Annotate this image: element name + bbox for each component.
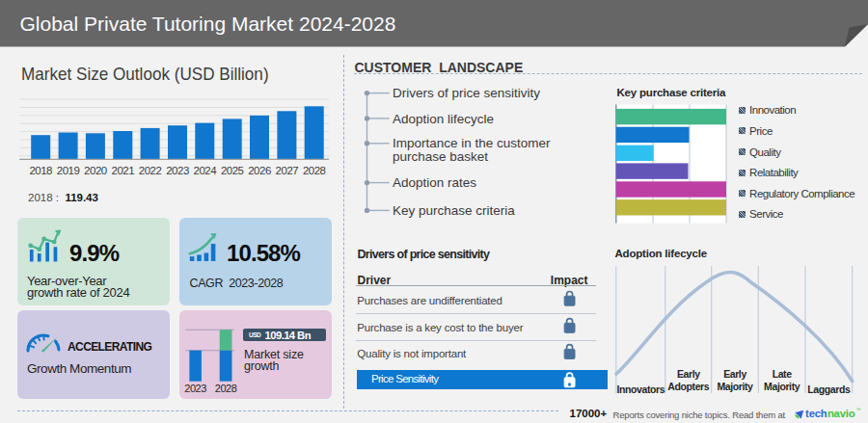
svg-text:navio: navio — [827, 408, 855, 419]
svg-text:2026: 2026 — [248, 165, 271, 176]
svg-text:2027: 2027 — [276, 165, 299, 176]
svg-text:™: ™ — [856, 407, 861, 412]
svg-text:2023: 2023 — [184, 383, 206, 394]
svg-text:2025: 2025 — [221, 165, 244, 176]
svg-text:2018: 2018 — [29, 165, 52, 176]
svg-text:2020: 2020 — [84, 165, 107, 176]
svg-text:2021: 2021 — [112, 165, 135, 176]
svg-text:2023: 2023 — [166, 165, 189, 176]
svg-text:2019: 2019 — [57, 165, 80, 176]
svg-text:2024: 2024 — [194, 165, 218, 176]
svg-text:2022: 2022 — [139, 165, 162, 176]
svg-text:2028: 2028 — [303, 165, 326, 176]
svg-text:2028: 2028 — [215, 383, 237, 394]
svg-text:tech: tech — [805, 408, 827, 419]
